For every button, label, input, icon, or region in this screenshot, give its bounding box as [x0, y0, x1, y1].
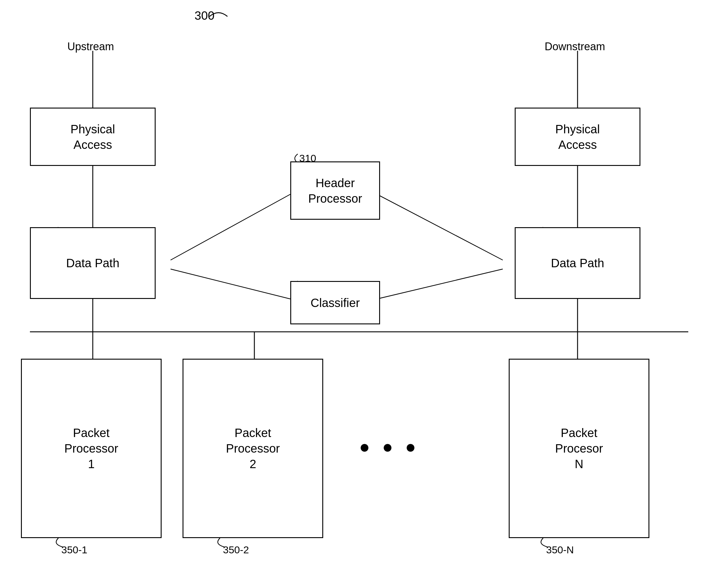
packet-processor-2: Packet Processor 2 [183, 359, 323, 538]
svg-line-11 [171, 269, 290, 299]
physical-access-upstream: Physical Access [30, 108, 156, 166]
ref-350-1: 350-1 [61, 544, 87, 556]
header-processor: Header Processor [290, 162, 380, 220]
diagram: 300 Upstream Downstream 330-U 330-D 340-… [0, 0, 720, 588]
packet-processor-n: Packet Procesor N [509, 359, 649, 538]
packet-processor-1: Packet Processor 1 [21, 359, 162, 538]
svg-line-13 [377, 269, 503, 299]
physical-access-downstream: Physical Access [515, 108, 640, 166]
ref-350-2: 350-2 [223, 544, 249, 556]
downstream-label: Downstream [545, 40, 605, 53]
ellipsis-dots: ● ● ● [359, 437, 420, 457]
data-path-upstream: Data Path [30, 227, 156, 299]
upstream-label: Upstream [67, 40, 114, 53]
ref-300: 300 [195, 9, 215, 22]
classifier: Classifier [290, 281, 380, 324]
svg-line-12 [377, 194, 503, 260]
svg-line-10 [171, 194, 290, 260]
ref-350-n: 350-N [546, 544, 574, 556]
data-path-downstream: Data Path [515, 227, 640, 299]
